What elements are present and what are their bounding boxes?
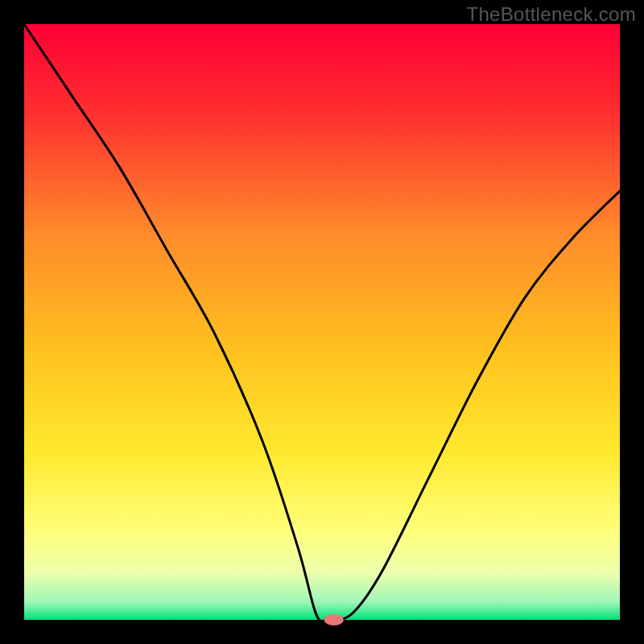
- plot-area: [24, 24, 620, 620]
- watermark-text: TheBottleneck.com: [466, 3, 636, 26]
- bottleneck-chart: [0, 0, 644, 644]
- chart-container: TheBottleneck.com: [0, 0, 644, 644]
- optimal-marker: [324, 614, 344, 625]
